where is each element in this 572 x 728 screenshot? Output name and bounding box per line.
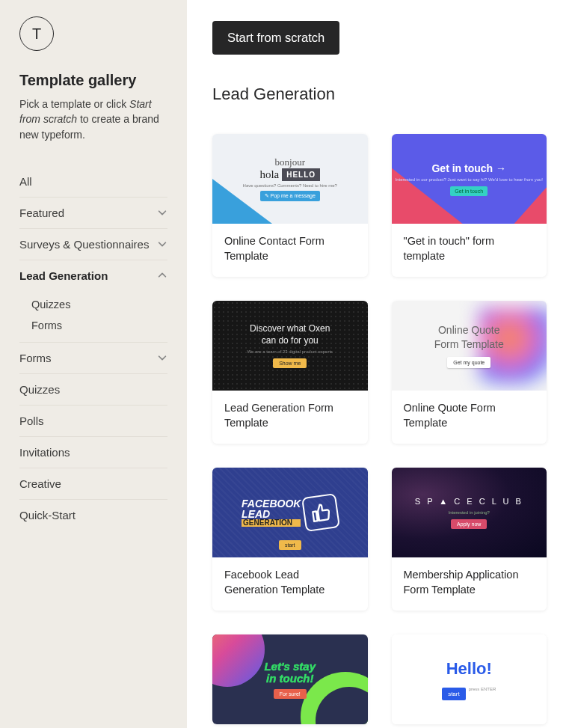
- nav-item-all[interactable]: All: [19, 166, 167, 198]
- template-card[interactable]: bonjour holaHELLO Have questions? Commen…: [212, 134, 368, 277]
- template-card[interactable]: Hello! startpress ENTER: [392, 634, 547, 724]
- template-thumbnail: Discover what Oxencan do for you We are …: [212, 301, 368, 391]
- template-thumbnail: FACEBOOKLEADGENERATION start: [212, 468, 368, 557]
- template-thumbnail: S P ▲ C E C L U B Interested in joining?…: [392, 468, 547, 557]
- chevron-down-icon: [157, 207, 167, 218]
- sidebar-description: Pick a template or click Start from scra…: [19, 97, 167, 142]
- template-grid: bonjour holaHELLO Have questions? Commen…: [212, 134, 547, 724]
- nav-item-label: All: [19, 175, 32, 188]
- nav-item-label: Surveys & Questionnaires: [19, 238, 149, 251]
- template-card[interactable]: Let's stayin touch! For sure!: [212, 634, 368, 724]
- nav-item-label: Invitations: [19, 446, 70, 459]
- nav-item-invitations[interactable]: Invitations: [19, 437, 167, 468]
- template-card[interactable]: S P ▲ C E C L U B Interested in joining?…: [392, 468, 547, 611]
- chevron-up-icon: [157, 270, 167, 281]
- sidebar-nav: AllFeatured Surveys & Questionnaires Lea…: [19, 166, 167, 530]
- nav-item-label: Polls: [19, 415, 44, 427]
- thumbs-up-icon: [301, 493, 340, 532]
- template-title: Lead Generation Form Template: [212, 391, 368, 444]
- nav-sub-item-quizzes[interactable]: Quizzes: [31, 294, 167, 315]
- nav-item-label: Forms: [19, 352, 52, 364]
- nav-item-surveys-questionnaires[interactable]: Surveys & Questionnaires: [19, 229, 167, 260]
- template-card[interactable]: Discover what Oxencan do for you We are …: [212, 301, 368, 444]
- logo-letter: T: [32, 25, 41, 43]
- nav-item-featured[interactable]: Featured: [19, 198, 167, 229]
- section-title: Lead Generation: [212, 85, 547, 104]
- nav-item-label: Lead Generation: [19, 269, 108, 282]
- sidebar: T Template gallery Pick a template or cl…: [0, 0, 187, 728]
- template-card[interactable]: Online QuoteForm Template Get my quote O…: [392, 301, 547, 444]
- chevron-down-icon: [157, 352, 167, 363]
- template-thumbnail: Online QuoteForm Template Get my quote: [392, 301, 547, 391]
- template-card[interactable]: FACEBOOKLEADGENERATION start Facebook Le…: [212, 468, 368, 611]
- nav-item-quick-start[interactable]: Quick-Start: [19, 500, 167, 530]
- template-card[interactable]: Get in touch Interested in our product? …: [392, 134, 547, 277]
- logo: T: [19, 16, 54, 51]
- main-content: Start from scratch Lead Generation bonjo…: [187, 0, 572, 728]
- nav-item-label: Featured: [19, 207, 64, 219]
- nav-item-polls[interactable]: Polls: [19, 406, 167, 437]
- nav-subgroup: QuizzesForms: [19, 291, 167, 343]
- template-thumbnail: Get in touch Interested in our product? …: [392, 134, 547, 224]
- template-title: Membership Application Form Template: [392, 557, 547, 611]
- nav-item-forms[interactable]: Forms: [19, 343, 167, 374]
- nav-item-creative[interactable]: Creative: [19, 468, 167, 500]
- nav-item-label: Quick-Start: [19, 509, 76, 521]
- nav-item-quizzes[interactable]: Quizzes: [19, 374, 167, 406]
- template-title: Online Quote Form Template: [392, 391, 547, 444]
- template-thumbnail: bonjour holaHELLO Have questions? Commen…: [212, 134, 368, 224]
- nav-item-label: Creative: [19, 477, 61, 490]
- sidebar-title: Template gallery: [19, 72, 167, 89]
- template-thumbnail: Let's stayin touch! For sure!: [212, 634, 368, 724]
- start-from-scratch-button[interactable]: Start from scratch: [212, 21, 339, 55]
- nav-item-lead-generation[interactable]: Lead Generation: [19, 260, 167, 291]
- chevron-down-icon: [157, 239, 167, 249]
- template-title: "Get in touch" form template: [392, 224, 547, 277]
- template-title: Online Contact Form Template: [212, 224, 368, 277]
- nav-sub-item-forms[interactable]: Forms: [31, 315, 167, 336]
- template-thumbnail: Hello! startpress ENTER: [392, 634, 547, 724]
- template-title: Facebook Lead Generation Template: [212, 557, 368, 611]
- nav-item-label: Quizzes: [19, 383, 60, 396]
